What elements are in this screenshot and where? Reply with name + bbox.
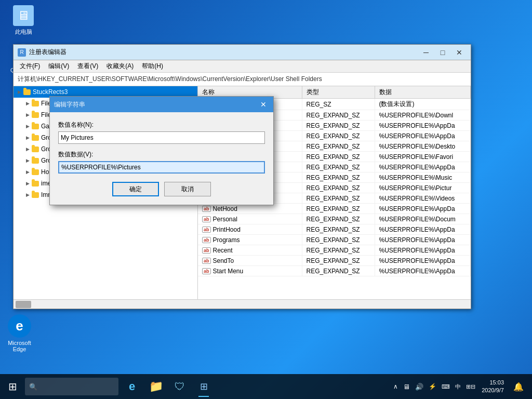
arrow-icon: ▶ xyxy=(24,123,31,130)
menu-edit[interactable]: 编辑(V) xyxy=(44,61,73,72)
maximize-button[interactable]: □ xyxy=(435,47,450,58)
folder-icon xyxy=(31,145,39,153)
tray-ime-icon[interactable]: ⊞⊟ xyxy=(465,382,476,391)
horizontal-scrollbar[interactable] xyxy=(14,299,471,309)
table-row[interactable]: ab SendToREG_EXPAND_SZ%USERPROFILE%\AppD… xyxy=(198,256,471,266)
cell-type: REG_EXPAND_SZ xyxy=(302,256,375,266)
cell-name: ab SendTo xyxy=(198,256,302,266)
folder-icon xyxy=(31,123,39,130)
cell-type: REG_EXPAND_SZ xyxy=(302,131,375,141)
cell-type: REG_EXPAND_SZ xyxy=(302,110,375,121)
cell-type: REG_EXPAND_SZ xyxy=(302,235,375,245)
data-label: 数值数据(V): xyxy=(58,150,265,159)
cell-type: REG_EXPAND_SZ xyxy=(302,193,375,204)
name-label: 数值名称(N): xyxy=(58,121,265,129)
taskbar-app-security[interactable]: 🛡 xyxy=(168,375,191,398)
taskbar-apps: e 📁 🛡 ⊞ xyxy=(121,375,215,398)
cell-type: REG_EXPAND_SZ xyxy=(302,245,375,256)
clock-date: 2020/9/7 xyxy=(482,387,504,394)
menu-help[interactable]: 帮助(H) xyxy=(138,61,167,72)
taskbar-app-regedit[interactable]: ⊞ xyxy=(192,375,215,398)
tray-network-icon[interactable]: 🖥 xyxy=(402,382,411,392)
name-input[interactable] xyxy=(58,131,265,144)
desktop-icon-edge[interactable]: e MicrosoftEdge xyxy=(8,314,31,352)
arrow-icon: ▶ xyxy=(24,180,31,187)
tray-battery-icon[interactable]: ⚡ xyxy=(428,382,437,391)
cell-data: %USERPROFILE%\Favori xyxy=(375,152,471,162)
dialog-body: 数值名称(N): 数值数据(V): 确定 取消 xyxy=(50,112,273,205)
folder-icon xyxy=(31,111,39,118)
cell-data: %USERPROFILE%\AppDa xyxy=(375,245,471,256)
clock-time: 15:03 xyxy=(482,379,504,387)
edge-app-icon: e xyxy=(129,380,135,393)
cell-data: %USERPROFILE%\Pictur xyxy=(375,183,471,193)
close-button[interactable]: ✕ xyxy=(452,47,467,58)
arrow-icon: ▶ xyxy=(24,111,31,118)
taskbar-clock[interactable]: 15:03 2020/9/7 xyxy=(478,379,507,395)
cell-data: %USERPROFILE%\AppDa xyxy=(375,256,471,266)
search-icon: 🔍 xyxy=(29,383,37,391)
table-row[interactable]: ab Start MenuREG_EXPAND_SZ%USERPROFILE%\… xyxy=(198,266,471,276)
cell-data: %USERPROFILE%\AppDa xyxy=(375,235,471,245)
arrow-icon: ▶ xyxy=(24,134,31,141)
tray-lang-icon[interactable]: 中 xyxy=(454,382,462,392)
table-row[interactable]: ab RecentREG_EXPAND_SZ%USERPROFILE%\AppD… xyxy=(198,245,471,256)
cell-data: %USERPROFILE%\AppDa xyxy=(375,121,471,131)
data-input[interactable] xyxy=(58,161,265,174)
tray-volume-icon[interactable]: 🔊 xyxy=(414,382,424,392)
cell-type: REG_EXPAND_SZ xyxy=(302,141,375,152)
cell-type: REG_EXPAND_SZ xyxy=(302,183,375,193)
cell-data: %USERPROFILE%\Docum xyxy=(375,214,471,224)
arrow-icon: ▶ xyxy=(24,100,31,107)
edge-label: MicrosoftEdge xyxy=(8,340,31,352)
cell-data: %USERPROFILE%\Downl xyxy=(375,110,471,121)
menu-view[interactable]: 查看(V) xyxy=(73,61,102,72)
ok-button[interactable]: 确定 xyxy=(112,182,159,196)
cell-data: %USERPROFILE%\Music xyxy=(375,172,471,183)
folder-icon xyxy=(31,100,39,107)
desktop-icon-thispc[interactable]: 🖥 此电脑 xyxy=(5,5,42,36)
col-data: 数据 xyxy=(375,86,471,99)
explorer-icon: 📁 xyxy=(149,380,163,393)
cell-type: REG_EXPAND_SZ xyxy=(302,152,375,162)
taskbar-app-edge[interactable]: e xyxy=(121,375,143,398)
start-button[interactable]: ⊞ xyxy=(0,374,25,399)
taskbar-app-explorer[interactable]: 📁 xyxy=(144,375,167,398)
tray-chevron-icon[interactable]: ∧ xyxy=(392,382,399,391)
regedit-taskbar-icon: ⊞ xyxy=(200,381,208,392)
cell-data: %USERPROFILE%\Videos xyxy=(375,193,471,204)
folder-icon xyxy=(23,88,31,96)
thispc-icon: 🖥 xyxy=(13,5,34,26)
arrow-icon: ▶ xyxy=(24,168,31,176)
dialog-close-button[interactable]: ✕ xyxy=(258,99,269,110)
cell-type: REG_EXPAND_SZ xyxy=(302,224,375,235)
cell-data: %USERPROFILE%\AppDa xyxy=(375,204,471,214)
tree-item-label: StuckRects3 xyxy=(33,88,68,96)
address-bar[interactable]: 计算机\HKEY_CURRENT_USER\SOFTWARE\Microsoft… xyxy=(14,73,471,86)
cell-name: ab Recent xyxy=(198,245,302,256)
cell-type: REG_SZ xyxy=(302,99,375,110)
taskbar: ⊞ 🔍 e 📁 🛡 ⊞ ∧ 🖥 🔊 ⚡ ⌨ xyxy=(0,374,532,399)
menu-favorites[interactable]: 收藏夹(A) xyxy=(102,61,138,72)
table-row[interactable]: ab PrintHoodREG_EXPAND_SZ%USERPROFILE%\A… xyxy=(198,224,471,235)
tray-keyboard-icon[interactable]: ⌨ xyxy=(441,382,451,391)
cell-data: (数值未设置) xyxy=(375,99,471,110)
taskbar-search[interactable]: 🔍 xyxy=(25,378,118,395)
scrollbar-thumb[interactable] xyxy=(16,301,31,308)
cell-data: %USERPROFILE%\AppDa xyxy=(375,131,471,141)
arrow-icon: ▶ xyxy=(24,157,31,164)
table-row[interactable]: ab PersonalREG_EXPAND_SZ%USERPROFILE%\Do… xyxy=(198,214,471,224)
cell-data: %USERPROFILE%\AppDa xyxy=(375,266,471,276)
cell-type: REG_EXPAND_SZ xyxy=(302,214,375,224)
window-titlebar: R 注册表编辑器 ─ □ ✕ xyxy=(14,45,471,60)
table-row[interactable]: ab ProgramsREG_EXPAND_SZ%USERPROFILE%\Ap… xyxy=(198,235,471,245)
notification-button[interactable]: 🔔 xyxy=(509,377,528,396)
minimize-button[interactable]: ─ xyxy=(419,47,433,58)
window-title-left: R 注册表编辑器 xyxy=(18,48,66,57)
regedit-app-icon: R xyxy=(18,48,26,57)
cancel-button[interactable]: 取消 xyxy=(164,182,211,196)
cell-type: REG_EXPAND_SZ xyxy=(302,204,375,214)
menu-file[interactable]: 文件(F) xyxy=(16,61,44,72)
dialog-titlebar: 编辑字符串 ✕ xyxy=(50,97,273,112)
security-icon: 🛡 xyxy=(175,381,185,393)
